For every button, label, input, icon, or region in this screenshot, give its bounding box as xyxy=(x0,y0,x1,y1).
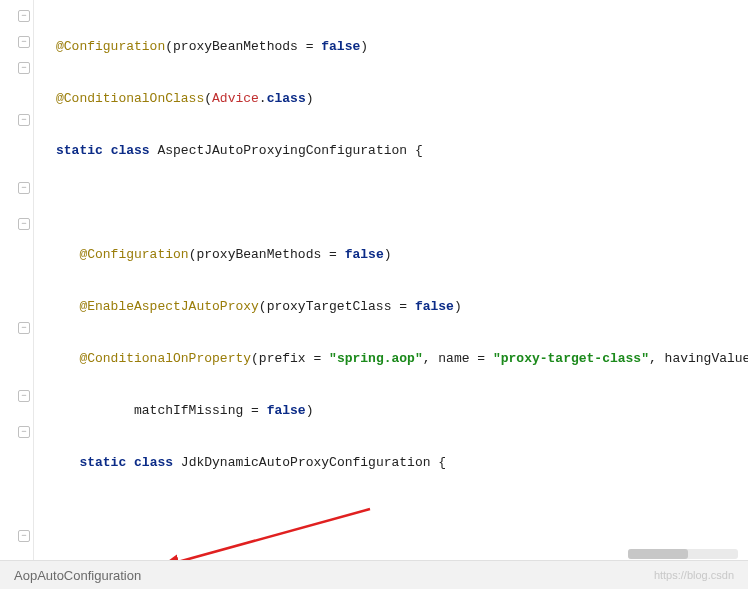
annotation: @Configuration xyxy=(79,247,188,262)
annotation: @Configuration xyxy=(56,39,165,54)
annotation: @ConditionalOnClass xyxy=(56,91,204,106)
class-name: AspectJAutoProxyingConfiguration xyxy=(157,143,407,158)
fold-icon[interactable]: − xyxy=(18,390,30,402)
code-editor[interactable]: − − − − − − − − − − @Configuration(proxy… xyxy=(0,0,748,560)
editor-gutter: − − − − − − − − − − xyxy=(0,0,34,560)
code-content[interactable]: @Configuration(proxyBeanMethods = false)… xyxy=(34,0,748,560)
fold-icon[interactable]: − xyxy=(18,218,30,230)
fold-icon[interactable]: − xyxy=(18,426,30,438)
class-ref: Advice xyxy=(212,91,259,106)
watermark-text: https://blog.csdn xyxy=(654,569,734,581)
fold-icon[interactable]: − xyxy=(18,114,30,126)
fold-icon[interactable]: − xyxy=(18,36,30,48)
fold-icon[interactable]: − xyxy=(18,322,30,334)
fold-icon[interactable]: − xyxy=(18,10,30,22)
breadcrumb-item[interactable]: AopAutoConfiguration xyxy=(14,568,141,583)
scrollbar-thumb[interactable] xyxy=(628,549,688,559)
fold-icon[interactable]: − xyxy=(18,62,30,74)
annotation: @EnableAspectJAutoProxy xyxy=(79,299,258,314)
breadcrumb-bar: AopAutoConfiguration https://blog.csdn xyxy=(0,560,748,589)
fold-icon[interactable]: − xyxy=(18,182,30,194)
class-name: JdkDynamicAutoProxyConfiguration xyxy=(181,455,431,470)
fold-icon[interactable]: − xyxy=(18,530,30,542)
annotation: @ConditionalOnProperty xyxy=(79,351,251,366)
horizontal-scrollbar[interactable] xyxy=(628,549,738,559)
